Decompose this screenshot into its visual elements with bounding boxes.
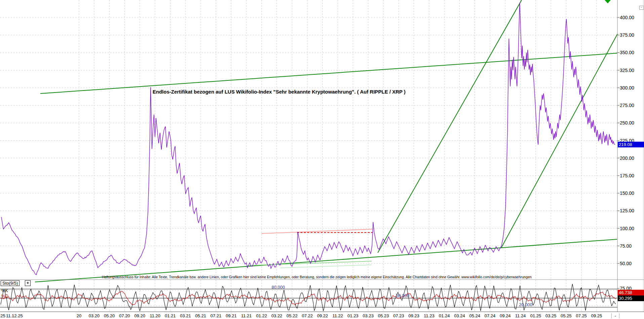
last-price-badge: 219.08 xyxy=(618,142,644,147)
x-axis-label: 09.23 xyxy=(408,313,419,318)
green-top-marker xyxy=(605,0,611,3)
price-line xyxy=(1,3,615,275)
x-axis-label: 11.20 xyxy=(150,313,160,318)
y-axis-label: 200.00 xyxy=(620,155,634,161)
x-axis-label: 05.22 xyxy=(287,313,298,318)
x-axis-label: 09.22 xyxy=(317,313,328,318)
stochastic-k-value-badge: 30.295 xyxy=(618,295,644,301)
x-axis-label: 09.24 xyxy=(500,313,511,318)
stochastic-level-label: 50.000 xyxy=(396,293,409,298)
x-axis-label: 03.21 xyxy=(180,313,191,318)
collapse-button[interactable]: − xyxy=(639,6,644,10)
date-axis: 11.12.252003.2005.2007.2009.2011.2001.21… xyxy=(0,312,644,319)
y-axis-label: 275.00 xyxy=(620,103,634,108)
x-axis-label: 07.25 xyxy=(576,313,587,318)
chart-title: Endlos-Zertifikat bezogen auf LUS Wikifo… xyxy=(153,89,406,95)
steep-trend-line-1 xyxy=(378,0,522,253)
x-axis-label: 11.24 xyxy=(515,313,526,318)
price-chart-canvas[interactable] xyxy=(0,0,644,319)
x-axis-label: 05.25 xyxy=(561,313,572,318)
x-axis-label: 05.21 xyxy=(195,313,206,318)
y-axis-label: 375.00 xyxy=(620,32,634,38)
y-axis-label: 350.00 xyxy=(620,50,634,55)
stochastic-level-label: 20.000 xyxy=(519,302,532,307)
y-axis-label: 150.00 xyxy=(620,190,634,196)
x-axis-label: 07.24 xyxy=(485,313,496,318)
x-axis-label: 03.24 xyxy=(454,313,465,318)
x-axis-label: 03.22 xyxy=(271,313,282,318)
y-axis-label: 125.00 xyxy=(620,208,634,213)
x-axis-label: 01.21 xyxy=(165,313,176,318)
x-axis-label: 20 xyxy=(77,313,81,318)
x-axis-label: 11.23 xyxy=(424,313,435,318)
x-axis-label: 07.21 xyxy=(210,313,222,318)
x-axis-label: 01.23 xyxy=(348,313,359,318)
disclaimer-text: Haftungsausschluss für Inhalte: Alle Tex… xyxy=(102,275,532,279)
stochastic-k-label: %K xyxy=(1,288,8,293)
x-axis-label: - xyxy=(611,313,619,318)
x-axis-label: 01.22 xyxy=(256,313,267,318)
x-axis-label: 11.25 xyxy=(0,313,5,318)
x-axis-label: 07.22 xyxy=(302,313,313,318)
x-axis-label: 03.25 xyxy=(546,313,557,318)
x-axis-label: 05.23 xyxy=(378,313,389,318)
x-axis-label: 01.25 xyxy=(530,313,541,318)
y-axis-label: 325.00 xyxy=(620,68,634,73)
y-axis-label: 400.00 xyxy=(620,15,634,20)
x-axis-label: 09.25 xyxy=(591,313,602,318)
x-axis-label: 09.20 xyxy=(134,313,146,318)
x-axis-label: 03.23 xyxy=(363,313,374,318)
y-axis-label: 175.00 xyxy=(620,173,634,178)
x-axis-label: 09.21 xyxy=(226,313,237,318)
steep-trend-line-2 xyxy=(501,34,617,248)
x-axis-label: 11.21 xyxy=(241,313,252,318)
stochastic-level-label: 80.000 xyxy=(272,285,285,290)
y-axis-label: 50.00 xyxy=(620,261,632,266)
x-axis-label: 11.22 xyxy=(332,313,343,318)
support-light-green-2 xyxy=(280,265,372,268)
x-axis-label: 01.24 xyxy=(439,313,450,318)
x-axis-label: 07.20 xyxy=(119,313,130,318)
stochastic-d-value-badge: 46.738 xyxy=(618,290,644,295)
stochastic-d-label: %D xyxy=(1,293,8,298)
indicator-name-box[interactable]: Sto(9/5) xyxy=(1,280,19,286)
x-axis-label: 05.24 xyxy=(469,313,480,318)
resistance-pink-line xyxy=(261,229,372,234)
y-axis-label: 75.00 xyxy=(620,243,632,249)
indicator-expand-button[interactable]: + xyxy=(25,280,31,286)
x-axis-label: 11.12.25 xyxy=(6,313,23,318)
y-axis-label: 100.00 xyxy=(620,226,634,231)
y-axis-label: 250.00 xyxy=(620,120,634,126)
chart-window: Endlos-Zertifikat bezogen auf LUS Wikifo… xyxy=(0,0,644,319)
x-axis-label: 03.20 xyxy=(89,313,100,318)
x-axis-label: 05.20 xyxy=(104,313,115,318)
y-axis-label: 300.00 xyxy=(620,85,634,91)
x-axis-label: 07.23 xyxy=(393,313,404,318)
